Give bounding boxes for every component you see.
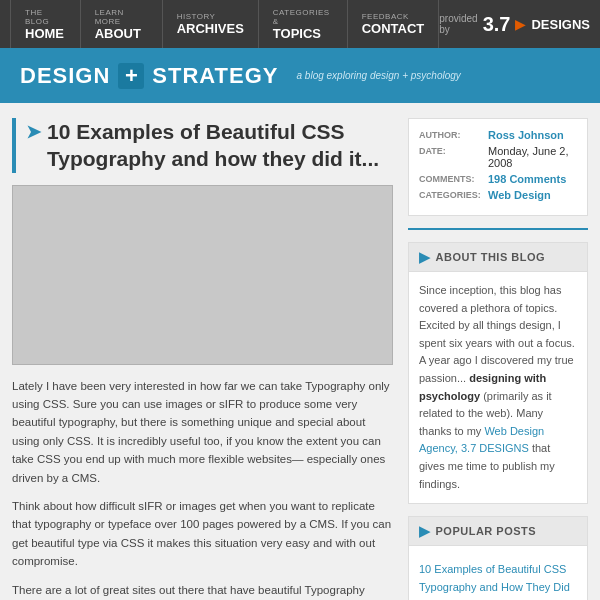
author-label: AUTHOR:	[419, 129, 484, 140]
date-value: Monday, June 2, 2008	[488, 145, 577, 169]
about-section-body: Since inception, this blog has covered a…	[409, 272, 587, 503]
date-label: DATE:	[419, 145, 484, 156]
about-section-header: ▶ ABOUT THIS BLOG	[409, 243, 587, 272]
popular-posts-icon: ▶	[419, 523, 431, 539]
popular-post-link-1[interactable]: 10 Examples of Beautiful CSS Typography …	[419, 563, 570, 600]
site-title-design: DESIGN	[20, 63, 110, 89]
top-navigation: THE BLOG HOME LEARN MORE ABOUT HISTORY A…	[0, 0, 600, 48]
nav-contact-sub: FEEDBACK	[362, 12, 425, 21]
post-title-icon: ➤	[26, 121, 41, 144]
provided-by-text: provided by	[439, 13, 477, 35]
about-body-text: Since inception, this blog has covered a…	[419, 284, 575, 384]
about-icon: ▶	[419, 249, 431, 265]
nav-topics-main: TOPICS	[273, 26, 333, 41]
post-image	[12, 185, 393, 365]
categories-value: Web Design	[488, 189, 551, 201]
nav-home-sub: THE BLOG	[25, 8, 66, 26]
about-section: ▶ ABOUT THIS BLOG Since inception, this …	[408, 242, 588, 504]
sidebar: AUTHOR: Ross Johnson DATE: Monday, June …	[408, 118, 588, 600]
categories-label: CATEGORIES:	[419, 189, 484, 200]
main-layout: ➤ 10 Examples of Beautiful CSS Typograph…	[0, 103, 600, 600]
categories-row: CATEGORIES: Web Design	[419, 189, 577, 201]
popular-posts-section: ▶ POPULAR POSTS 10 Examples of Beautiful…	[408, 516, 588, 600]
popular-posts-body: 10 Examples of Beautiful CSS Typography …	[409, 546, 587, 600]
nav-about-main: ABOUT	[95, 26, 148, 41]
divider	[408, 228, 588, 230]
nav-home-main: HOME	[25, 26, 66, 41]
post-paragraph-3: There are a lot of great sites out there…	[12, 581, 393, 601]
plus-icon: +	[118, 63, 144, 89]
nav-about-sub: LEARN MORE	[95, 8, 148, 26]
logo-37: 3.7	[483, 13, 511, 36]
triangle-icon: ▶	[515, 16, 526, 32]
popular-posts-header: ▶ POPULAR POSTS	[409, 517, 587, 546]
site-header: DESIGN + STRATEGY a blog exploring desig…	[0, 48, 600, 103]
site-tagline: a blog exploring design + psychology	[297, 70, 461, 81]
nav-contact-main: CONTACT	[362, 21, 425, 36]
comments-row: COMMENTS: 198 Comments	[419, 173, 577, 185]
nav-archives[interactable]: HISTORY ARCHIVES	[163, 0, 259, 48]
post-title: ➤ 10 Examples of Beautiful CSS Typograph…	[12, 118, 393, 173]
post-body: Lately I have been very interested in ho…	[12, 377, 393, 600]
nav-topics-sub: CATEGORIES &	[273, 8, 333, 26]
comments-value: 198 Comments	[488, 173, 566, 185]
nav-archives-sub: HISTORY	[177, 12, 244, 21]
nav-contact[interactable]: FEEDBACK CONTACT	[348, 0, 440, 48]
site-title-strategy: STRATEGY	[152, 63, 278, 89]
comments-label: COMMENTS:	[419, 173, 484, 184]
provided-by: provided by 3.7 ▶ DESIGNS	[439, 0, 590, 48]
post-paragraph-1: Lately I have been very interested in ho…	[12, 377, 393, 487]
nav-about[interactable]: LEARN MORE ABOUT	[81, 0, 163, 48]
about-header-text: ABOUT THIS BLOG	[436, 251, 546, 263]
designs-label: DESIGNS	[531, 17, 590, 32]
author-value: Ross Johnson	[488, 129, 564, 141]
nav-home[interactable]: THE BLOG HOME	[10, 0, 81, 48]
post-title-text: 10 Examples of Beautiful CSS Typography …	[47, 118, 393, 173]
nav-archives-main: ARCHIVES	[177, 21, 244, 36]
post-paragraph-2: Think about how difficult sIFR or images…	[12, 497, 393, 571]
nav-topics[interactable]: CATEGORIES & TOPICS	[259, 0, 348, 48]
post-meta-box: AUTHOR: Ross Johnson DATE: Monday, June …	[408, 118, 588, 216]
popular-posts-header-text: POPULAR POSTS	[436, 525, 537, 537]
popular-post-1: 10 Examples of Beautiful CSS Typography …	[419, 556, 577, 600]
content-area: ➤ 10 Examples of Beautiful CSS Typograph…	[12, 118, 408, 600]
date-row: DATE: Monday, June 2, 2008	[419, 145, 577, 169]
author-row: AUTHOR: Ross Johnson	[419, 129, 577, 141]
